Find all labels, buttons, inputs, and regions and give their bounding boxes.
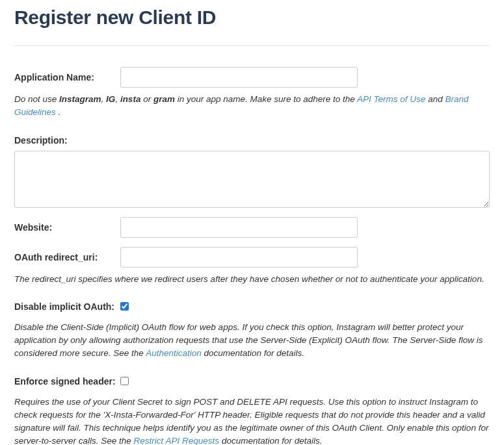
app-name-row: Application Name: (14, 67, 490, 88)
restrict-api-link[interactable]: Restrict API Requests (134, 436, 220, 445)
banned-word: insta (120, 94, 141, 104)
app-name-help: Do not use Instagram, IG, insta or gram … (14, 93, 490, 120)
description-label: Description: (14, 135, 490, 146)
authentication-link[interactable]: Authentication (146, 348, 202, 358)
enforce-signed-checkbox[interactable] (120, 377, 129, 385)
disable-implicit-checkbox[interactable] (120, 302, 129, 311)
enforce-signed-label: Enforce signed header: (14, 376, 120, 387)
oauth-row: OAuth redirect_uri: (14, 247, 490, 268)
banned-word: Instagram (59, 94, 101, 104)
enforce-signed-help: Requires the use of your Client Secret t… (14, 396, 490, 446)
description-input[interactable] (14, 151, 490, 208)
divider (14, 45, 490, 46)
disable-implicit-help: Disable the Client-Side (Implicit) OAuth… (14, 321, 490, 361)
website-input[interactable] (120, 217, 358, 238)
oauth-help: The redirect_uri specifies where we redi… (14, 273, 490, 286)
banned-word: IG (106, 94, 115, 104)
app-name-input-col (120, 67, 490, 88)
website-row: Website: (14, 217, 490, 238)
help-text-span: . (56, 107, 61, 117)
app-name-input[interactable] (120, 67, 358, 88)
help-text-span: documentation for details. (219, 436, 322, 445)
website-label: Website: (14, 217, 120, 233)
help-text-span: or (140, 94, 153, 104)
help-text-span: documentation for details. (202, 348, 304, 358)
help-text-span: Do not use (14, 94, 59, 104)
enforce-signed-row: Enforce signed header: (14, 376, 490, 387)
api-terms-link[interactable]: API Terms of Use (357, 94, 425, 104)
disable-implicit-label: Disable implicit OAuth: (14, 301, 120, 312)
page-title: Register new Client ID (14, 6, 490, 29)
description-block: Description: (14, 135, 490, 208)
disable-implicit-row: Disable implicit OAuth: (14, 301, 490, 312)
oauth-redirect-input[interactable] (120, 247, 358, 268)
help-text-span: , (115, 94, 120, 104)
help-text-span: , (101, 94, 107, 104)
website-input-col (120, 217, 490, 238)
banned-word: gram (153, 94, 175, 104)
oauth-label: OAuth redirect_uri: (14, 247, 120, 262)
oauth-input-col (120, 247, 490, 268)
help-text-span: and (425, 94, 445, 104)
help-text-span: in your app name. Make sure to adhere to… (175, 94, 357, 104)
app-name-label: Application Name: (14, 67, 120, 83)
